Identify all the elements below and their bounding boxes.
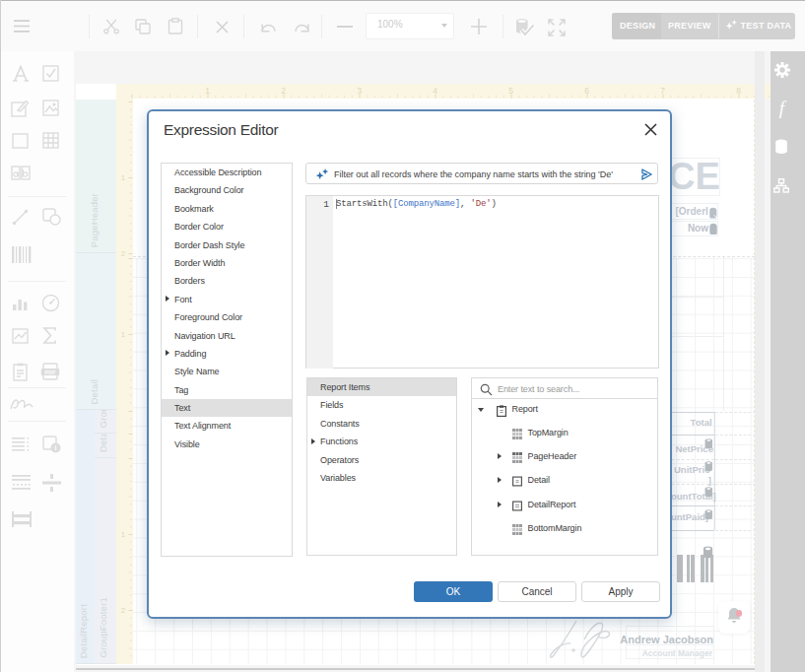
svg-text:1: 1 (121, 330, 126, 339)
svg-text:PDF: PDF (45, 370, 57, 375)
svg-text:2: 2 (121, 249, 126, 258)
svg-text:1: 1 (121, 173, 126, 182)
svg-text:1: 1 (121, 530, 126, 539)
svg-text:2: 2 (121, 606, 126, 615)
svg-text:i: i (55, 444, 57, 451)
svg-text:f: f (779, 100, 787, 118)
